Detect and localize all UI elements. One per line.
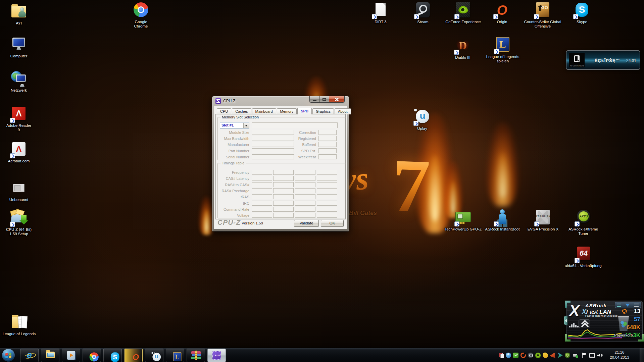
desktop-icon-papierkorb[interactable]: Papierkorb <box>611 315 636 338</box>
desktop-icon-steam[interactable]: Steam <box>410 2 436 24</box>
desktop-icon-instantboot[interactable]: ASRock InstantBoot <box>481 209 524 231</box>
registered-field <box>318 136 337 141</box>
desktop-icon-csgo[interactable]: Counter-Strike Global Offensive <box>523 2 563 29</box>
cpuz-titlebar[interactable]: CPU-Z <box>212 96 349 106</box>
desktop-icon-ayi[interactable]: AYI <box>6 3 32 25</box>
desktop-icon-adobe-reader[interactable]: Λ Adobe Reader 9 <box>6 106 32 132</box>
taskbar-clock[interactable]: 21:16 20.04.2013 <box>604 350 635 360</box>
shortcut-arrow-icon <box>573 14 578 19</box>
tray-volume-icon[interactable] <box>597 353 602 358</box>
timing-cell <box>273 194 294 199</box>
taskbar-item-uplay[interactable] <box>145 349 163 362</box>
desktop-icon-chrome[interactable]: Google Chrome <box>128 2 154 29</box>
tab-memory[interactable]: Memory <box>277 108 297 114</box>
list-icon[interactable] <box>617 304 621 307</box>
folder-documents-icon <box>11 314 28 331</box>
shortcut-arrow-icon <box>575 258 580 263</box>
minimize-button[interactable] <box>310 96 320 103</box>
show-desktop-button[interactable] <box>640 348 644 362</box>
desktop-icon-geforce[interactable]: GeForce Experience <box>445 2 482 24</box>
tray-usb-eject-icon[interactable] <box>573 353 578 358</box>
memory-slot-selection-group: Memory Slot Selection Slot #1 Module Siz… <box>217 117 346 160</box>
timing-cell <box>252 188 272 193</box>
tray-network-icon[interactable] <box>589 353 594 358</box>
timing-cell <box>295 207 315 212</box>
desktop-icon-unbenannt[interactable]: Unbenannt <box>6 180 32 202</box>
tray-yellow-app-icon[interactable] <box>542 352 549 359</box>
axtu-icon <box>575 209 592 226</box>
desktop-icon-gpuz[interactable]: TechPowerUp GPU-Z <box>441 209 485 231</box>
tab-spd[interactable]: SPD <box>297 108 312 114</box>
timing-row-label: Voltage <box>220 213 249 218</box>
timing-row-label: tRC <box>220 201 249 206</box>
close-button[interactable] <box>329 96 344 103</box>
shortcut-arrow-icon <box>493 14 498 19</box>
shortcut-arrow-icon <box>10 222 15 227</box>
tray-instantboot-icon[interactable] <box>506 353 511 358</box>
desktop-icon-computer[interactable]: Computer <box>6 36 32 58</box>
adobe-reader-icon: Λ <box>10 106 27 122</box>
timing-cell <box>317 182 337 187</box>
timings-table-group: Timings Table Frequency CAS# Latency RAS… <box>217 163 346 218</box>
acrobat-icon: Λ <box>10 141 27 158</box>
taskbar-item-cpuz[interactable] <box>207 349 226 362</box>
desktop-icon-diablo3[interactable]: Diablo III <box>450 38 476 60</box>
start-button[interactable] <box>2 349 15 362</box>
taskbar-item-media-player[interactable] <box>62 349 80 362</box>
desktop-icon-lol-spielen[interactable]: League of Legends spielen <box>483 37 523 63</box>
windows-flag-icon <box>5 353 11 358</box>
hamburger-icon[interactable] <box>634 304 639 307</box>
tab-graphics[interactable]: Graphics <box>312 108 334 114</box>
desktop-icon-axtu[interactable]: ASRock eXtreme Tuner <box>565 209 602 236</box>
taskbar-item-chrome[interactable] <box>83 349 101 362</box>
tab-about[interactable]: About <box>335 108 351 114</box>
taskbar-item-internet-explorer[interactable] <box>20 349 39 362</box>
slot-select-value: Slot #1 <box>221 123 234 127</box>
validate-button[interactable]: Validate <box>294 220 319 227</box>
ok-button[interactable]: OK <box>321 220 344 227</box>
desktop-icon-acrobat[interactable]: Λ Acrobat.com <box>6 141 32 163</box>
image-file-icon <box>10 180 27 197</box>
tray-axtu-icon[interactable] <box>565 353 570 358</box>
tray-origin-icon[interactable] <box>521 353 526 358</box>
maximize-button[interactable] <box>320 96 329 103</box>
group-title: Timings Table <box>220 161 246 165</box>
desktop-icon-uplay[interactable]: Uplay <box>409 109 435 131</box>
tab-mainboard[interactable]: Mainboard <box>252 108 276 114</box>
tray-antivirus-icon[interactable] <box>513 353 518 358</box>
taskbar-item-league-of-legends[interactable] <box>166 349 184 362</box>
tray-horn-app-icon[interactable] <box>550 353 555 358</box>
eclipse-player-widget[interactable]: No Camera Found ÈÇŁĪPŠĘ™ 24:31 <box>566 50 640 70</box>
timing-row-label: Frequency <box>220 170 249 175</box>
timing-row-label: Command Rate <box>220 207 249 212</box>
timing-cell <box>252 201 272 206</box>
media-player-icon <box>67 351 75 360</box>
desktop-icon-skype[interactable]: Skype <box>569 2 595 24</box>
taskbar-item-skype[interactable] <box>103 349 122 362</box>
icon-label: GeForce Experience <box>445 20 482 24</box>
tray-app-stack-icon[interactable] <box>498 353 504 358</box>
version-text: Version 1.59 <box>242 221 263 225</box>
taskbar-item-windows-explorer[interactable] <box>41 349 59 362</box>
tray-play-app-icon[interactable] <box>557 353 563 358</box>
desktop-icon-lol-folder[interactable]: League of Legends <box>1 314 38 336</box>
cpuz-icon <box>212 351 221 360</box>
desktop-icon-dirt3[interactable]: DiRT 3 <box>368 2 393 24</box>
tray-action-center-icon[interactable] <box>581 353 586 358</box>
desktop-icon-evga[interactable]: EVGA Precision X <box>523 209 563 231</box>
desktop-icon-aida64[interactable]: aida64 - Verknüpfung <box>561 246 605 268</box>
tray-nvidia-icon[interactable] <box>535 353 541 358</box>
taskbar-item-origin[interactable]: O <box>124 349 143 362</box>
tray-steam-icon[interactable] <box>528 353 533 358</box>
desktop-icon-netzwerk[interactable]: Netzwerk <box>6 70 32 93</box>
desktop-icon-origin[interactable]: O Origin <box>489 2 515 24</box>
shortcut-arrow-icon <box>454 50 459 55</box>
tab-cpu[interactable]: CPU <box>217 108 231 114</box>
slot-select[interactable]: Slot #1 <box>220 122 249 128</box>
tab-caches[interactable]: Caches <box>232 108 251 114</box>
triangle-down-icon[interactable] <box>625 304 630 307</box>
chevron-down-icon[interactable] <box>243 123 249 128</box>
desktop-icon-cpuz-setup[interactable]: CPU-Z (64-Bit) 1.59 Setup <box>3 210 34 236</box>
taskbar-item-winrar[interactable] <box>187 349 205 362</box>
widget-collapse-tab[interactable] <box>564 316 567 325</box>
